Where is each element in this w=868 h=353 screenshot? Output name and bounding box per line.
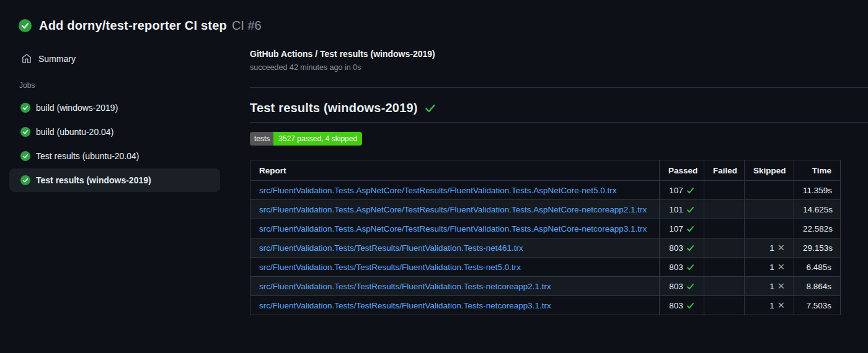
x-icon: ✕	[777, 243, 785, 253]
passed-cell: 803	[660, 258, 704, 277]
check-icon	[686, 206, 694, 214]
failed-cell	[704, 219, 745, 238]
report-link[interactable]: src/FluentValidation.Tests.AspNetCore/Te…	[259, 224, 647, 233]
skipped-cell: 1✕	[745, 258, 794, 277]
column-header-report: Report	[250, 160, 660, 181]
sidebar-item-test-results-ubuntu-20-04[interactable]: Test results (ubuntu-20.04)	[9, 144, 220, 168]
check-icon	[686, 225, 694, 233]
check-icon	[686, 186, 694, 194]
job-label: Test results (windows-2019)	[36, 175, 151, 185]
run-title: Add dorny/test-reporter CI step	[39, 19, 227, 33]
report-cell: src/FluentValidation.Tests.AspNetCore/Te…	[250, 219, 660, 238]
failed-cell	[704, 258, 745, 277]
report-cell: src/FluentValidation.Tests/TestResults/F…	[250, 277, 660, 296]
skipped-cell	[745, 200, 794, 219]
divider	[250, 122, 868, 123]
column-header-skipped: Skipped	[745, 160, 794, 181]
summary-label: Summary	[38, 54, 76, 64]
section-success-check-icon	[425, 103, 436, 114]
sidebar-item-build-ubuntu-20-04[interactable]: build (ubuntu-20.04)	[9, 120, 220, 144]
skipped-cell	[745, 181, 794, 200]
table-row: src/FluentValidation.Tests/TestResults/F…	[250, 296, 841, 315]
check-run-title: GitHub Actions / Test results (windows-2…	[250, 49, 868, 59]
run-success-check-icon	[19, 19, 32, 32]
run-header: Add dorny/test-reporter CI step CI #6	[0, 0, 868, 33]
report-cell: src/FluentValidation.Tests/TestResults/F…	[250, 238, 660, 258]
report-link[interactable]: src/FluentValidation.Tests.AspNetCore/Te…	[259, 205, 647, 214]
report-link[interactable]: src/FluentValidation.Tests/TestResults/F…	[259, 243, 523, 253]
failed-cell	[704, 277, 745, 296]
passed-cell: 803	[660, 296, 704, 315]
passed-count: 803	[669, 263, 683, 272]
report-cell: src/FluentValidation.Tests/TestResults/F…	[250, 296, 660, 315]
passed-count: 107	[669, 224, 683, 233]
test-results-table: Report Passed Failed Skipped Time src/Fl…	[250, 160, 841, 315]
divider	[250, 87, 868, 88]
column-header-passed: Passed	[660, 160, 704, 181]
skipped-cell: 1✕	[745, 296, 794, 315]
time-cell: 6.485s	[794, 258, 841, 277]
passed-count: 101	[669, 205, 683, 214]
sidebar-item-build-windows-2019[interactable]: build (windows-2019)	[9, 96, 220, 120]
x-icon: ✕	[777, 301, 785, 310]
x-icon: ✕	[777, 282, 785, 291]
job-label: build (ubuntu-20.04)	[36, 127, 113, 137]
time-cell: 22.582s	[794, 219, 841, 238]
skipped-count: 1	[769, 301, 774, 310]
passed-count: 803	[669, 282, 683, 291]
report-cell: src/FluentValidation.Tests.AspNetCore/Te…	[250, 200, 660, 219]
job-label: build (windows-2019)	[36, 103, 118, 113]
table-row: src/FluentValidation.Tests.AspNetCore/Te…	[250, 181, 841, 200]
report-link[interactable]: src/FluentValidation.Tests/TestResults/F…	[259, 301, 551, 310]
run-number: CI #6	[232, 19, 262, 33]
column-header-failed: Failed	[704, 160, 745, 181]
table-header-row: Report Passed Failed Skipped Time	[250, 160, 841, 181]
tests-badge[interactable]: tests 3527 passed, 4 skipped	[250, 132, 362, 146]
passed-count: 107	[669, 186, 683, 195]
home-icon	[22, 54, 32, 64]
passed-count: 803	[669, 243, 683, 253]
check-icon	[686, 302, 694, 310]
table-row: src/FluentValidation.Tests.AspNetCore/Te…	[250, 200, 841, 219]
x-icon: ✕	[777, 263, 785, 272]
section-title: Test results (windows-2019)	[250, 101, 418, 115]
report-cell: src/FluentValidation.Tests/TestResults/F…	[250, 258, 660, 277]
report-link[interactable]: src/FluentValidation.Tests.AspNetCore/Te…	[259, 186, 617, 195]
check-circle-icon	[20, 103, 30, 113]
sidebar-item-summary[interactable]: Summary	[9, 49, 240, 69]
failed-cell	[704, 238, 745, 258]
passed-cell: 101	[660, 200, 704, 219]
column-header-time: Time	[794, 160, 841, 181]
skipped-count: 1	[769, 263, 774, 272]
jobs-list: build (windows-2019) build (ubuntu-20.04…	[0, 96, 250, 192]
page-layout: Summary Jobs build (windows-2019) build …	[0, 49, 868, 315]
time-cell: 11.359s	[794, 181, 841, 200]
badge-label: tests	[250, 132, 273, 146]
report-link[interactable]: src/FluentValidation.Tests/TestResults/F…	[259, 263, 521, 272]
skipped-cell: 1✕	[745, 238, 794, 258]
time-cell: 7.503s	[794, 296, 841, 315]
report-link[interactable]: src/FluentValidation.Tests/TestResults/F…	[259, 282, 551, 291]
skipped-count: 1	[769, 282, 774, 291]
table-row: src/FluentValidation.Tests.AspNetCore/Te…	[250, 219, 841, 238]
check-circle-icon	[20, 175, 30, 185]
job-label: Test results (ubuntu-20.04)	[36, 151, 140, 161]
check-run-content: GitHub Actions / Test results (windows-2…	[250, 49, 868, 315]
test-results-table-body: src/FluentValidation.Tests.AspNetCore/Te…	[250, 181, 841, 315]
sidebar-item-test-results-windows-2019[interactable]: Test results (windows-2019)	[9, 168, 220, 192]
table-row: src/FluentValidation.Tests/TestResults/F…	[250, 238, 841, 258]
skipped-cell: 1✕	[745, 277, 794, 296]
jobs-section-label: Jobs	[19, 81, 250, 90]
passed-cell: 803	[660, 238, 704, 258]
passed-cell: 107	[660, 181, 704, 200]
check-icon	[686, 244, 694, 252]
time-cell: 29.153s	[794, 238, 841, 258]
failed-cell	[704, 200, 745, 219]
passed-cell: 107	[660, 219, 704, 238]
check-run-status: succeeded 42 minutes ago in 0s	[250, 63, 868, 72]
check-circle-icon	[20, 127, 30, 137]
skipped-cell	[745, 219, 794, 238]
skipped-count: 1	[769, 243, 774, 253]
report-cell: src/FluentValidation.Tests.AspNetCore/Te…	[250, 181, 660, 200]
table-row: src/FluentValidation.Tests/TestResults/F…	[250, 258, 841, 277]
